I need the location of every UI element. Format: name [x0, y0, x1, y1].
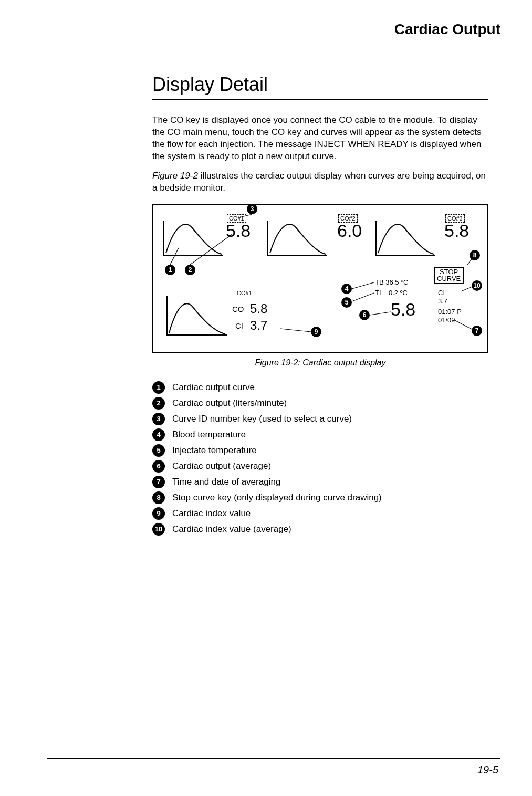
detail-curve-id-key[interactable]: CO#1	[235, 289, 254, 297]
legend-num: 8	[152, 491, 165, 504]
avg-time: 01:07 P	[438, 308, 462, 316]
detail-curve	[164, 293, 232, 340]
legend-text: Cardiac output (average)	[172, 461, 271, 472]
legend-text: Cardiac index value	[172, 508, 251, 519]
legend-text: Cardiac output curve	[172, 382, 255, 393]
legend-num: 3	[152, 413, 165, 425]
legend-num: 9	[152, 507, 165, 520]
callout-6: 6	[359, 310, 370, 320]
paragraph-1: The CO key is displayed once you connect…	[152, 114, 488, 163]
legend-row: 5Injectate temperature	[152, 444, 488, 457]
paragraph-2: Figure 19-2 illustrates the cardiac outp…	[152, 170, 488, 194]
legend-text: Curve ID number key (used to select a cu…	[172, 414, 352, 424]
svg-line-1	[190, 234, 232, 265]
page-number: 19-5	[477, 764, 498, 776]
ci-eq-value: 3.7	[438, 297, 447, 305]
section-rule	[152, 99, 488, 100]
legend-text: Injectate temperature	[172, 445, 257, 456]
curve-svg	[164, 293, 232, 340]
paragraph-2-rest: illustrates the cardiac output display w…	[152, 171, 486, 193]
legend-row: 3Curve ID number key (used to select a c…	[152, 413, 488, 425]
avg-date: 01/09	[438, 316, 455, 324]
ci-eq-label: CI =	[438, 289, 451, 297]
legend-num: 1	[152, 381, 165, 394]
figure-box: CO#1 5.8 CO#2 6.0 CO#3 5.8 1	[152, 204, 488, 353]
svg-line-4	[352, 293, 374, 301]
legend-num: 7	[152, 476, 165, 488]
svg-line-8	[280, 329, 311, 332]
tb-label: TB 36.5 ºC	[375, 278, 408, 286]
svg-line-3	[352, 282, 374, 289]
callout-9: 9	[311, 327, 321, 337]
legend-text: Blood temperature	[172, 430, 246, 440]
legend-row: 2Cardiac output (liters/minute)	[152, 397, 488, 410]
legend-text: Time and date of averaging	[172, 477, 280, 487]
section-title: Display Detail	[152, 74, 488, 96]
legend-row: 10Cardiac index value (average)	[152, 523, 488, 536]
callout-7: 7	[472, 326, 482, 336]
legend-text: Cardiac output (liters/minute)	[172, 398, 287, 409]
figure-caption: Figure 19-2: Cardiac output display	[152, 358, 488, 368]
legend-num: 6	[152, 460, 165, 473]
legend-num: 10	[152, 523, 165, 536]
stop-curve-line1: STOP	[437, 268, 461, 276]
callout-8: 8	[470, 250, 480, 260]
legend-row: 6Cardiac output (average)	[152, 460, 488, 473]
legend-num: 2	[152, 397, 165, 410]
legend-row: 4Blood temperature	[152, 428, 488, 441]
svg-line-0	[170, 248, 179, 265]
detail-ci-label: CI	[235, 321, 243, 330]
legend-num: 4	[152, 428, 165, 441]
callout-5: 5	[341, 297, 352, 308]
legend-row: 1Cardiac output curve	[152, 381, 488, 394]
legend-num: 5	[152, 444, 165, 457]
svg-line-5	[370, 312, 391, 315]
avg-co-value: 5.8	[391, 299, 415, 320]
footer-rule	[47, 758, 500, 759]
legend-text: Stop curve key (only displayed during cu…	[172, 493, 382, 503]
legend-text: Cardiac index value (average)	[172, 524, 291, 535]
page: Cardiac Output Display Detail The CO key…	[0, 0, 532, 796]
svg-line-2	[239, 214, 252, 217]
detail-co-value: 5.8	[250, 301, 267, 316]
detail-co-label: CO	[232, 305, 244, 313]
running-head: Cardiac Output	[394, 21, 500, 38]
ti-label: TI 0.2 ºC	[375, 289, 408, 297]
content-column: Display Detail The CO key is displayed o…	[152, 74, 488, 536]
stop-curve-button[interactable]: STOP CURVE	[434, 267, 464, 284]
figure-ref: Figure 19-2	[152, 171, 198, 181]
legend-row: 9Cardiac index value	[152, 507, 488, 520]
legend: 1Cardiac output curve 2Cardiac output (l…	[152, 381, 488, 536]
detail-ci-value: 3.7	[250, 318, 267, 333]
callout-4: 4	[341, 284, 352, 294]
stop-curve-line2: CURVE	[437, 275, 461, 282]
callout-10: 10	[472, 280, 482, 291]
legend-row: 8Stop curve key (only displayed during c…	[152, 491, 488, 504]
legend-row: 7Time and date of averaging	[152, 476, 488, 488]
